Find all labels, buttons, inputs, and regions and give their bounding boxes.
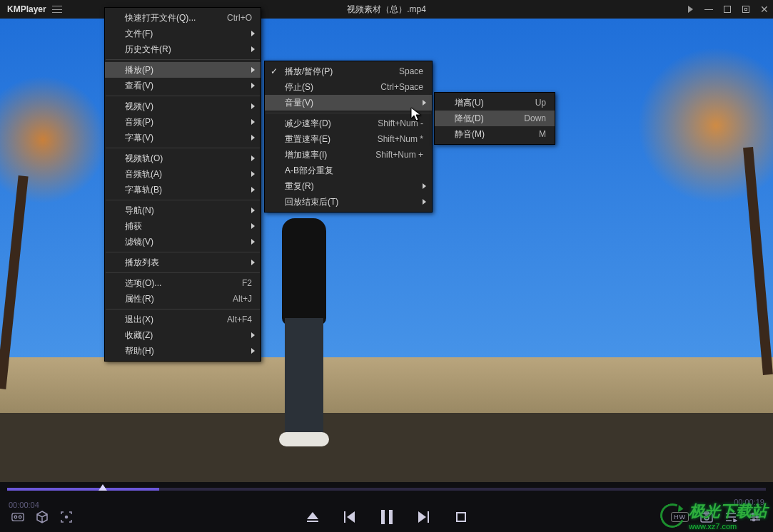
menu-item[interactable]: ✓播放/暂停(P)Space bbox=[265, 63, 432, 79]
minimize-button[interactable] bbox=[703, 4, 714, 15]
menu-item[interactable]: 捕获 bbox=[105, 218, 261, 234]
menu-item-shortcut: Up bbox=[518, 98, 546, 108]
menu-item[interactable]: 选项(O)...F2 bbox=[105, 275, 261, 291]
cursor-icon bbox=[410, 107, 422, 123]
menu-item-label: 属性(R) bbox=[125, 293, 154, 305]
svg-point-2 bbox=[19, 516, 21, 518]
menu-item[interactable]: 播放列表 bbox=[105, 255, 261, 270]
watermark-text: 极光下载站 bbox=[689, 502, 767, 520]
menu-item-label: 捕获 bbox=[125, 220, 142, 232]
menu-item[interactable]: 音频(P) bbox=[105, 114, 261, 130]
menu-item-shortcut: Shift+Num * bbox=[360, 134, 423, 144]
context-menu-main[interactable]: 快速打开文件(Q)...Ctrl+O文件(F)历史文件(R)播放(P)查看(V)… bbox=[104, 7, 261, 362]
menu-separator bbox=[106, 252, 260, 252]
menu-item[interactable]: 字幕轨(B) bbox=[105, 182, 261, 198]
submenu-arrow-icon bbox=[251, 31, 255, 36]
menu-item-label: 视频轨(O) bbox=[125, 153, 163, 165]
menu-item-shortcut: Ctrl+O bbox=[210, 13, 252, 23]
menu-item-label: A-B部分重复 bbox=[285, 165, 333, 177]
submenu-arrow-icon bbox=[423, 199, 426, 205]
menu-item[interactable]: 重置速率(E)Shift+Num * bbox=[265, 131, 432, 147]
menu-item[interactable]: 快速打开文件(Q)...Ctrl+O bbox=[105, 10, 261, 26]
menu-separator bbox=[266, 113, 431, 113]
submenu-arrow-icon bbox=[251, 187, 255, 193]
menu-item[interactable]: 增高(U)Up bbox=[435, 95, 555, 111]
submenu-arrow-icon bbox=[251, 208, 255, 213]
next-button[interactable] bbox=[418, 511, 430, 523]
menu-item[interactable]: 文件(F) bbox=[105, 26, 261, 41]
menu-item-label: 播放/暂停(P) bbox=[285, 66, 333, 78]
eject-button[interactable] bbox=[306, 511, 319, 523]
menu-item[interactable]: 回放结束后(T) bbox=[265, 194, 432, 210]
menu-item-label: 重复(R) bbox=[285, 180, 314, 193]
watermark-logo-icon bbox=[657, 500, 688, 531]
submenu-arrow-icon bbox=[251, 155, 255, 161]
context-menu-volume[interactable]: 增高(U)Up降低(D)Down静音(M)M bbox=[434, 92, 555, 145]
submenu-arrow-icon bbox=[423, 183, 426, 189]
stop-button[interactable] bbox=[455, 511, 468, 523]
menu-item[interactable]: 减少速率(D)Shift+Num - bbox=[265, 116, 432, 131]
window-controls: ✕ bbox=[684, 0, 770, 19]
previous-button[interactable] bbox=[343, 511, 356, 523]
menu-item[interactable]: 增加速率(I)Shift+Num + bbox=[265, 147, 432, 163]
menu-item-label: 回放结束后(T) bbox=[285, 196, 338, 208]
submenu-arrow-icon bbox=[251, 348, 255, 354]
submenu-arrow-icon bbox=[251, 83, 255, 88]
menu-item-shortcut: Alt+F4 bbox=[210, 314, 252, 324]
menu-icon[interactable] bbox=[52, 6, 62, 13]
menu-item[interactable]: 视频(V) bbox=[105, 98, 261, 114]
app-name: KMPlayer bbox=[0, 4, 46, 14]
maximize-button[interactable] bbox=[722, 4, 733, 15]
vr-icon[interactable] bbox=[11, 511, 24, 523]
playback-controls: 00:00:04 00:00:19 HW bbox=[0, 482, 773, 532]
menu-item[interactable]: 收藏(Z) bbox=[105, 327, 261, 343]
menu-item-label: 滤镜(V) bbox=[125, 236, 153, 248]
submenu-arrow-icon bbox=[251, 46, 255, 52]
progress-bar[interactable] bbox=[7, 488, 766, 491]
menu-item[interactable]: 字幕(V) bbox=[105, 130, 261, 145]
menu-item[interactable]: A-B部分重复 bbox=[265, 163, 432, 178]
menu-item[interactable]: 视频轨(O) bbox=[105, 150, 261, 166]
menu-item[interactable]: 停止(S)Ctrl+Space bbox=[265, 79, 432, 95]
menu-item-label: 选项(O)... bbox=[125, 277, 161, 290]
pause-button[interactable] bbox=[380, 511, 393, 523]
menu-item[interactable]: 退出(X)Alt+F4 bbox=[105, 312, 261, 327]
menu-separator bbox=[106, 59, 260, 60]
menu-item-label: 导航(N) bbox=[125, 205, 154, 217]
menu-item[interactable]: 播放(P) bbox=[105, 62, 261, 78]
menu-item[interactable]: 帮助(H) bbox=[105, 343, 261, 359]
play-indicator-icon[interactable] bbox=[684, 4, 696, 15]
menu-item-label: 退出(X) bbox=[125, 314, 153, 326]
focus-icon[interactable] bbox=[60, 511, 73, 523]
menu-item[interactable]: 重复(R) bbox=[265, 178, 432, 194]
submenu-arrow-icon bbox=[251, 223, 255, 229]
menu-item-shortcut: Shift+Num + bbox=[358, 150, 423, 160]
menu-item[interactable]: 降低(D)Down bbox=[435, 111, 555, 126]
menu-item[interactable]: 音量(V) bbox=[265, 95, 432, 111]
menu-item[interactable]: 属性(R)Alt+J bbox=[105, 291, 261, 307]
menu-item[interactable]: 查看(V) bbox=[105, 78, 261, 93]
menu-item-shortcut: Down bbox=[507, 113, 546, 123]
close-button[interactable]: ✕ bbox=[759, 4, 770, 15]
menu-item-shortcut: Ctrl+Space bbox=[363, 82, 423, 92]
menu-item-label: 历史文件(R) bbox=[125, 44, 171, 56]
menu-separator bbox=[106, 200, 260, 200]
menu-item-label: 音频轨(A) bbox=[125, 168, 162, 180]
menu-item[interactable]: 静音(M)M bbox=[435, 126, 555, 142]
fullscreen-button[interactable] bbox=[740, 4, 752, 15]
cube-icon[interactable] bbox=[36, 511, 49, 523]
menu-item[interactable]: 滤镜(V) bbox=[105, 234, 261, 250]
svg-point-3 bbox=[66, 516, 68, 518]
menu-item-label: 快速打开文件(Q)... bbox=[125, 12, 196, 24]
progress-knob[interactable] bbox=[98, 484, 107, 491]
context-menu-playback[interactable]: ✓播放/暂停(P)Space停止(S)Ctrl+Space音量(V)减少速率(D… bbox=[264, 61, 433, 213]
menu-item-label: 增加速率(I) bbox=[285, 149, 327, 161]
menu-item-label: 查看(V) bbox=[125, 80, 153, 92]
menu-item[interactable]: 音频轨(A) bbox=[105, 166, 261, 182]
progress-fill bbox=[7, 488, 159, 491]
submenu-arrow-icon bbox=[251, 260, 255, 265]
menu-item[interactable]: 历史文件(R) bbox=[105, 41, 261, 57]
menu-item[interactable]: 导航(N) bbox=[105, 203, 261, 218]
menu-separator bbox=[106, 309, 260, 310]
menu-item-label: 重置速率(E) bbox=[285, 133, 330, 145]
